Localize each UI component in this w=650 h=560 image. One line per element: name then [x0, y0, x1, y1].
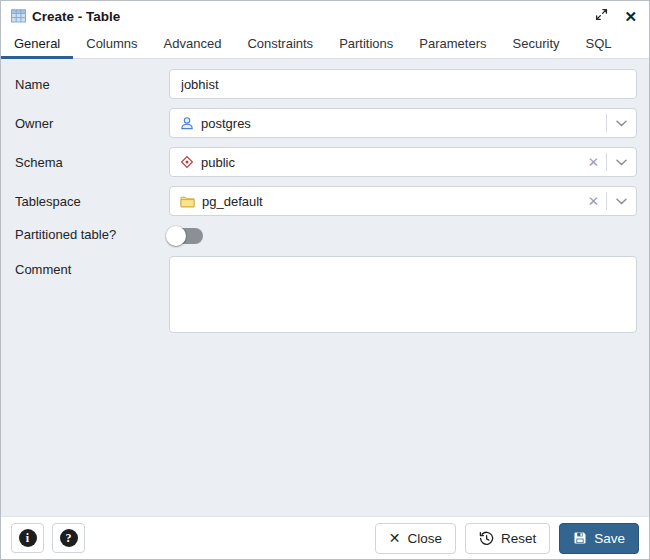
tab-partitions[interactable]: Partitions: [326, 31, 406, 59]
owner-label: Owner: [15, 116, 169, 131]
chevron-down-icon[interactable]: [615, 120, 627, 127]
tablespace-value: pg_default: [202, 194, 263, 209]
select-divider: [606, 153, 607, 171]
tab-bar: General Columns Advanced Constraints Par…: [1, 31, 649, 59]
maximize-button[interactable]: [595, 8, 608, 24]
tablespace-select[interactable]: pg_default ✕: [169, 186, 637, 216]
create-table-dialog: Create - Table ✕ General Columns Advance…: [0, 0, 650, 560]
tab-security[interactable]: Security: [500, 31, 573, 59]
close-button[interactable]: ✕ Close: [375, 523, 456, 554]
partitioned-toggle[interactable]: [169, 228, 203, 244]
help-button[interactable]: ?: [52, 523, 85, 553]
close-x-icon: ✕: [389, 531, 401, 545]
general-tab-panel: Name Owner postgres: [1, 59, 649, 516]
save-icon: [573, 531, 587, 545]
partitioned-label: Partitioned table?: [15, 227, 169, 242]
partitioned-row: Partitioned table?: [15, 225, 637, 244]
comment-textarea[interactable]: [169, 256, 637, 333]
chevron-down-icon[interactable]: [615, 198, 627, 205]
save-button[interactable]: Save: [559, 523, 639, 554]
name-label: Name: [15, 77, 169, 92]
owner-row: Owner postgres: [15, 108, 637, 138]
schema-value: public: [201, 155, 235, 170]
footer: i ? ✕ Close Reset: [1, 516, 649, 559]
tablespace-row: Tablespace pg_default ✕: [15, 186, 637, 216]
chevron-down-icon[interactable]: [615, 159, 627, 166]
tab-sql[interactable]: SQL: [573, 31, 625, 59]
owner-select[interactable]: postgres: [169, 108, 637, 138]
tab-advanced[interactable]: Advanced: [151, 31, 235, 59]
sql-info-button[interactable]: i: [11, 523, 44, 553]
table-icon: [11, 9, 26, 23]
select-divider: [606, 114, 607, 132]
window-close-button[interactable]: ✕: [624, 9, 637, 24]
schema-icon: [180, 155, 194, 169]
tab-columns[interactable]: Columns: [73, 31, 150, 59]
expand-icon: [595, 8, 608, 24]
schema-select[interactable]: public ✕: [169, 147, 637, 177]
dialog-title: Create - Table: [32, 9, 120, 24]
user-icon: [180, 116, 194, 130]
close-icon: ✕: [624, 9, 637, 24]
tab-parameters[interactable]: Parameters: [406, 31, 499, 59]
name-row: Name: [15, 69, 637, 99]
tab-general[interactable]: General: [1, 31, 73, 59]
tab-constraints[interactable]: Constraints: [234, 31, 326, 59]
help-icon: ?: [60, 529, 78, 547]
comment-label: Comment: [15, 256, 169, 277]
owner-value: postgres: [201, 116, 251, 131]
info-icon: i: [19, 529, 37, 547]
reset-icon: [479, 531, 494, 546]
folder-icon: [180, 195, 195, 208]
schema-row: Schema public ✕: [15, 147, 637, 177]
reset-button[interactable]: Reset: [465, 523, 550, 554]
comment-row: Comment: [15, 256, 637, 336]
clear-icon[interactable]: ✕: [586, 193, 606, 209]
clear-icon[interactable]: ✕: [586, 154, 606, 170]
select-divider: [606, 192, 607, 210]
titlebar: Create - Table ✕: [1, 1, 649, 31]
schema-label: Schema: [15, 155, 169, 170]
tablespace-label: Tablespace: [15, 194, 169, 209]
name-input[interactable]: [169, 69, 637, 99]
